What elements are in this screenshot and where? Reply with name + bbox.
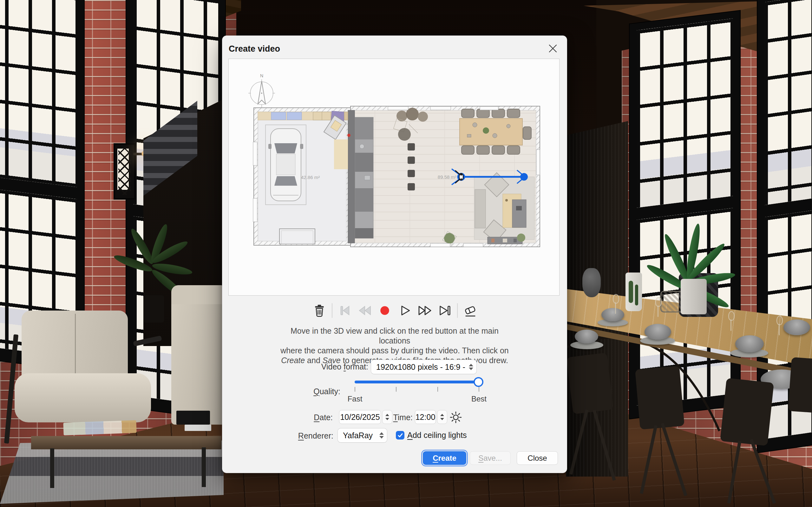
floor-plan[interactable]: 42.86 m² 89.58 m² [253, 105, 541, 248]
slider-tick [478, 387, 479, 392]
updown-chevrons-icon [466, 364, 476, 370]
slider-tick [396, 387, 397, 392]
toolbar-separator [457, 303, 458, 318]
coffee-table-apron [31, 436, 221, 449]
time-field[interactable] [415, 410, 436, 424]
quality-label: Quality: [264, 387, 340, 396]
video-format-select[interactable]: 1920x1080 pixels - 16:9 - 25 frames... [371, 360, 477, 374]
delete-icon[interactable] [312, 303, 327, 318]
skip-end-icon[interactable] [437, 303, 452, 318]
sofa [171, 295, 223, 425]
wall-sconce-light [133, 153, 144, 155]
slider-tick [438, 387, 438, 392]
renderer-label: Renderer: [264, 431, 334, 441]
green-plant [641, 190, 736, 323]
dining-chair [720, 378, 774, 446]
skip-start-icon [337, 303, 352, 318]
ceiling-lights-label[interactable]: Add ceiling lights [407, 431, 467, 440]
armchair-seat [14, 373, 151, 422]
check-icon [397, 433, 403, 438]
dining-chair [788, 357, 812, 413]
small-stair-window [113, 143, 136, 200]
bowl [783, 320, 810, 335]
video-path-toolbar [222, 301, 567, 320]
table-leg [202, 447, 206, 487]
time-stepper[interactable] [437, 410, 447, 424]
quality-slider-track[interactable] [355, 381, 481, 383]
camera-path-preview[interactable]: N [229, 59, 560, 296]
room-area-label: 89.58 m² [438, 174, 456, 180]
updown-chevrons-icon [376, 432, 387, 439]
dining-chair [635, 366, 684, 429]
ceiling-lights-checkbox[interactable] [396, 431, 404, 440]
renderer-select[interactable]: YafaRay [338, 428, 387, 443]
dialog-title: Create video [229, 44, 280, 54]
white-cactus-vase [625, 273, 642, 311]
slider-tick [355, 387, 355, 392]
sun-icon [450, 411, 462, 424]
close-icon[interactable] [546, 42, 560, 55]
video-format-label: Video format: [264, 362, 368, 372]
toolbar-separator [332, 303, 333, 318]
quality-slider-thumb[interactable] [473, 377, 484, 387]
erase-icon[interactable] [462, 303, 478, 318]
bowl [735, 335, 764, 352]
save-button[interactable]: Save... [470, 451, 511, 465]
date-field[interactable] [339, 410, 381, 424]
bowl [575, 330, 598, 343]
magazines [63, 420, 136, 435]
date-label: Date: [264, 413, 333, 422]
fast-forward-icon[interactable] [417, 303, 432, 318]
bowl [645, 324, 671, 340]
play-icon[interactable] [397, 303, 412, 318]
compass-icon: N [247, 73, 276, 110]
create-button[interactable]: Create [423, 451, 466, 465]
wine-glass [612, 294, 619, 314]
garage-area-label: 42.86 m² [301, 175, 320, 180]
table-leg [50, 448, 54, 488]
svg-text:N: N [260, 73, 263, 78]
time-label: Time: [391, 413, 413, 422]
gray-vase [582, 268, 601, 297]
close-button[interactable]: Close [517, 451, 558, 465]
quality-max-label: Best [460, 395, 498, 403]
dining-chair [566, 353, 614, 414]
rewind-icon [357, 303, 372, 318]
wine-glass [775, 316, 783, 335]
path-end-point [520, 173, 528, 181]
quality-min-label: Fast [336, 395, 374, 403]
gray-rug [0, 441, 223, 504]
record-icon[interactable] [377, 303, 392, 318]
create-video-dialog: Create video N [222, 36, 567, 473]
